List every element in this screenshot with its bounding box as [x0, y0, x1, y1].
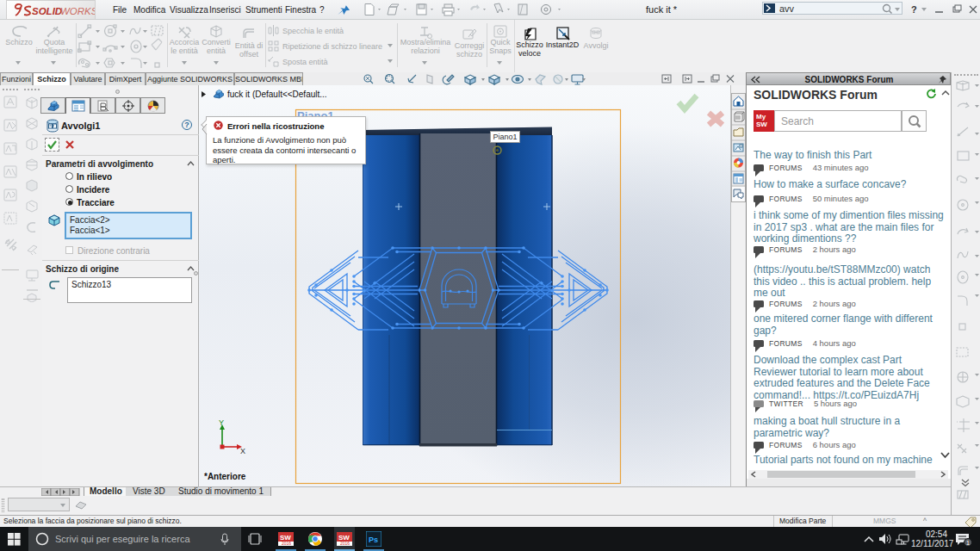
svg-text:Ps: Ps	[369, 536, 378, 544]
svg-text:SOLID: SOLID	[32, 6, 62, 16]
svg-text:WORKS: WORKS	[60, 6, 95, 16]
svg-text:2016: 2016	[340, 541, 350, 546]
svg-text:X: X	[240, 447, 245, 455]
svg-text:2016: 2016	[282, 541, 291, 546]
svg-text:Y: Y	[219, 418, 224, 427]
svg-text:1: 1	[966, 540, 970, 546]
